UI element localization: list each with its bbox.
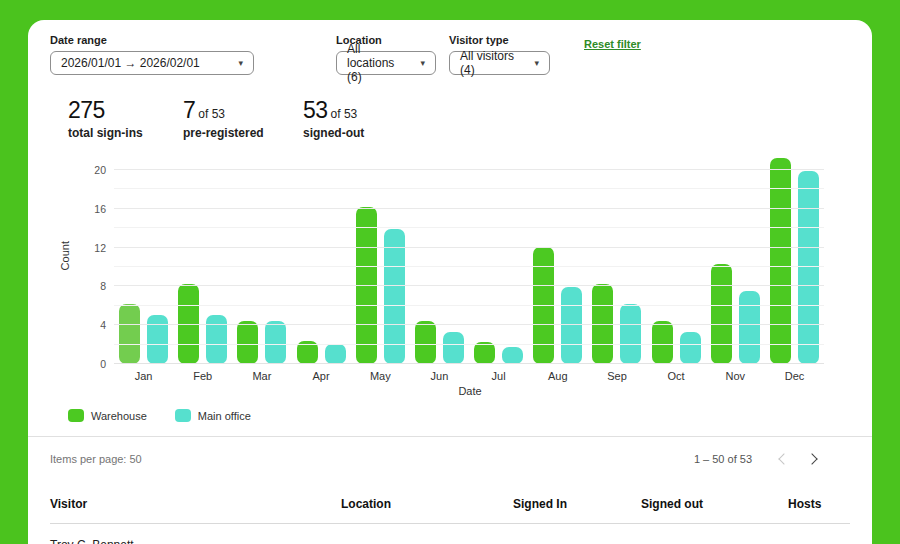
chevron-left-icon [778, 453, 789, 464]
stat-total-sign-ins: 275 total sign-ins [68, 97, 183, 140]
chevron-down-icon: ▾ [420, 59, 425, 68]
chart-legend: WarehouseMain office [68, 409, 850, 422]
x-tick-label-nov: Nov [706, 370, 765, 382]
bar-jul-warehouse[interactable] [474, 342, 495, 364]
page-range-label: 1 – 50 of 53 [694, 453, 752, 465]
bar-mar-main-office[interactable] [265, 321, 286, 364]
bar-group-sep [587, 156, 646, 364]
x-tick-label-jul: Jul [469, 370, 528, 382]
stat-pre-registered: 7 of 53 pre-registered [183, 97, 303, 140]
chevron-down-icon: ▾ [238, 59, 243, 68]
visitor-name: Troy C. Bennett [50, 537, 341, 544]
y-tick-label: 0 [78, 358, 106, 370]
y-tick-label: 4 [78, 319, 106, 331]
stat-suffix: of 53 [331, 107, 358, 121]
bar-jul-main-office[interactable] [502, 347, 523, 364]
bar-jan-main-office[interactable] [147, 315, 168, 364]
gridline-y-4 [114, 324, 824, 325]
x-tick-label-jun: Jun [410, 370, 469, 382]
reset-filter-link[interactable]: Reset filter [584, 38, 641, 50]
visitor-type-label: Visitor type [449, 34, 550, 46]
column-header-signed-out: Signed out [641, 497, 788, 511]
bar-nov-warehouse[interactable] [711, 264, 732, 364]
legend-swatch-icon [175, 409, 191, 422]
dashboard-card: Date range 2026/01/01 → 2026/02/01 ▾ Loc… [28, 20, 872, 544]
bar-mar-warehouse[interactable] [237, 321, 258, 364]
x-tick-label-apr: Apr [292, 370, 351, 382]
legend-label: Warehouse [91, 410, 147, 422]
bar-oct-main-office[interactable] [680, 332, 701, 364]
column-header-hosts: Hosts [788, 497, 850, 511]
bar-dec-main-office[interactable] [798, 171, 819, 364]
legend-swatch-icon [68, 409, 84, 422]
bar-aug-main-office[interactable] [561, 287, 582, 364]
date-range-select[interactable]: 2026/01/01 → 2026/02/01 ▾ [50, 51, 254, 75]
next-page-button[interactable] [798, 445, 826, 473]
bar-group-dec [765, 156, 824, 364]
gridline-y-16 [114, 208, 824, 209]
x-tick-label-oct: Oct [647, 370, 706, 382]
stat-label: signed-out [303, 126, 423, 140]
previous-page-button[interactable] [770, 445, 798, 473]
stat-signed-out: 53 of 53 signed-out [303, 97, 423, 140]
paginator-controls: 1 – 50 of 53 [694, 445, 826, 473]
table-row[interactable]: Troy C. Bennetttroy.bennett@companysom.c… [50, 524, 850, 544]
legend-item-main-office: Main office [175, 409, 251, 422]
y-tick-label: 20 [78, 164, 106, 176]
y-tick-label: 8 [78, 280, 106, 292]
bar-group-nov [706, 156, 765, 364]
gridline-y-18 [114, 188, 824, 189]
visitor-type-value: All visitors (4) [460, 49, 524, 77]
bar-group-jun [410, 156, 469, 364]
stat-value: 275 [68, 97, 105, 124]
bar-jun-warehouse[interactable] [415, 321, 436, 364]
table-header-row: Visitor Location Signed In Signed out Ho… [50, 487, 850, 524]
date-range-label: Date range [50, 34, 254, 46]
gridline-y-12 [114, 247, 824, 248]
visitor-cell: Troy C. Bennetttroy.bennett@companysom.c… [50, 537, 341, 544]
gridline-y-20 [114, 169, 824, 170]
gridline-y-6 [114, 305, 824, 306]
location-select[interactable]: All locations (6) ▾ [336, 51, 436, 75]
x-tick-label-jan: Jan [114, 370, 173, 382]
stat-label: total sign-ins [68, 126, 183, 140]
sign-ins-bar-chart: Count 048121620 JanFebMarAprMayJunJulAug… [50, 156, 850, 397]
bar-group-jan [114, 156, 173, 364]
visitor-type-select[interactable]: All visitors (4) ▾ [449, 51, 550, 75]
table-body: Troy C. Bennetttroy.bennett@companysom.c… [50, 524, 850, 544]
visitors-table: Visitor Location Signed In Signed out Ho… [50, 487, 850, 544]
bar-feb-main-office[interactable] [206, 315, 227, 364]
y-tick-label: 12 [78, 242, 106, 254]
column-header-visitor: Visitor [50, 497, 341, 511]
gridline-y-0 [114, 363, 824, 364]
x-axis-tick-labels: JanFebMarAprMayJunJulAugSepOctNovDec [114, 370, 824, 382]
date-range-filter: Date range 2026/01/01 → 2026/02/01 ▾ [50, 34, 254, 75]
stats-row: 275 total sign-ins 7 of 53 pre-registere… [68, 97, 850, 140]
bar-oct-warehouse[interactable] [652, 321, 673, 364]
filter-bar: Date range 2026/01/01 → 2026/02/01 ▾ Loc… [50, 34, 850, 75]
x-tick-label-aug: Aug [528, 370, 587, 382]
legend-item-warehouse: Warehouse [68, 409, 147, 422]
gridline-y-8 [114, 285, 824, 286]
bar-apr-main-office[interactable] [325, 344, 346, 364]
y-axis-title: Count [59, 241, 71, 270]
bar-group-feb [173, 156, 232, 364]
bar-jun-main-office[interactable] [443, 332, 464, 364]
x-tick-label-may: May [351, 370, 410, 382]
bar-jan-warehouse[interactable] [119, 304, 140, 364]
location-filter: Location All locations (6) ▾ [336, 34, 436, 75]
legend-label: Main office [198, 410, 251, 422]
bar-sep-main-office[interactable] [620, 304, 641, 364]
bar-group-may [351, 156, 410, 364]
items-per-page[interactable]: Items per page: 50 [50, 453, 142, 465]
bar-nov-main-office[interactable] [739, 291, 760, 364]
gridline-y-2 [114, 344, 824, 345]
bar-group-apr [292, 156, 351, 364]
gridline-y-10 [114, 266, 824, 267]
x-axis-title: Date [90, 385, 850, 397]
visitor-type-filter: Visitor type All visitors (4) ▾ [449, 34, 550, 75]
chevron-down-icon: ▾ [534, 59, 539, 68]
column-header-signed-in: Signed In [513, 497, 641, 511]
chart-bars [114, 156, 824, 364]
x-tick-label-sep: Sep [587, 370, 646, 382]
